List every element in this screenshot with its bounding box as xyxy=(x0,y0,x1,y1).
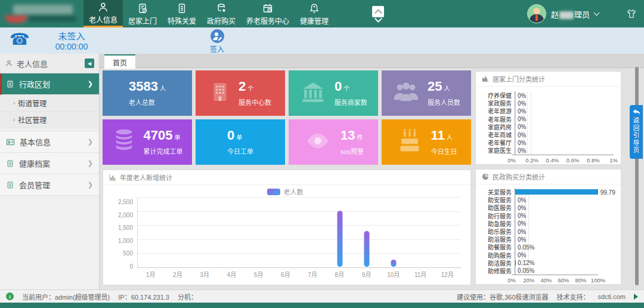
current-user-text: 当前用户：admin(超级管理员) xyxy=(22,292,110,301)
support-label: 技术支持： xyxy=(557,292,590,301)
support-site-link[interactable]: sdcti.com xyxy=(598,293,626,300)
nav-item-health-mgmt[interactable]: 健康管理 xyxy=(295,0,334,27)
bar xyxy=(337,211,342,267)
sidebar-header: 老人信息 ◀ xyxy=(0,54,99,73)
chevron-right-icon: ❯ xyxy=(88,138,93,146)
tab-home[interactable]: 首页 xyxy=(104,54,135,69)
nav-label: 政府购买 xyxy=(207,16,236,26)
hbar-row: 助乐服务0% xyxy=(481,227,598,235)
sidebar-collapse-button[interactable]: ◀ xyxy=(85,58,94,68)
app-logo xyxy=(0,0,83,27)
database-icon xyxy=(112,127,136,157)
x-axis-labels: 1月2月3月4月5月6月7月8月9月10月11月12月 xyxy=(137,268,461,280)
sign-in-icon xyxy=(210,29,225,44)
panel-header: 民政购买分类统计 xyxy=(476,170,621,184)
panel-gov-purchase-stats: 民政购买分类统计 关爱服务99.79助安服务0%助医服务0%助行服务0%助急服务… xyxy=(475,169,621,285)
bell-plus-icon xyxy=(308,2,320,14)
panel-title: 民政购买分类统计 xyxy=(493,172,545,181)
stat-card-service-merchants[interactable]: 0个服务商家数 xyxy=(289,70,378,116)
doc-icon xyxy=(6,159,14,168)
chevron-right-icon: ❯ xyxy=(88,80,93,88)
theme-shirt-icon[interactable] xyxy=(623,0,640,27)
hbar-row: 关爱服务99.79 xyxy=(481,188,598,196)
bar-chart-icon xyxy=(109,174,116,181)
sidebar-subitem-community-mgmt[interactable]: › 社区管理 xyxy=(0,112,99,128)
sign-status: 未签入 00:00:00 xyxy=(33,29,110,51)
sidebar-title: 老人信息 xyxy=(17,58,48,69)
x-axis-labels: 0%0.2%0.4%0.6%0.8%1% xyxy=(481,155,614,165)
panel-title: 年度老人新增统计 xyxy=(120,173,172,182)
pie-chart-icon xyxy=(482,173,489,180)
extension-text: 分机： xyxy=(178,292,197,301)
panel-annual-growth: 年度老人新增统计 老人数2,5002,0001,5001,00050001月2月… xyxy=(103,170,471,285)
bottom-strip xyxy=(0,303,644,308)
stat-card-completed-orders[interactable]: 4705单累计完成工单 xyxy=(103,119,192,165)
nav-scroll-control[interactable] xyxy=(372,0,384,27)
stat-card-today-birthdays[interactable]: 11人今日生日 xyxy=(382,119,471,165)
sign-in-button[interactable]: 签入 xyxy=(204,29,230,54)
nav-item-home-visit[interactable]: 居家上门 xyxy=(123,0,162,27)
sidebar-item-health-records[interactable]: 健康档案 ❯ xyxy=(0,153,99,174)
annual-growth-chart: 老人数2,5002,0001,5001,00050001月2月3月4月5月6月7… xyxy=(103,185,470,280)
back-to-guide-button[interactable]: 返回引导页 xyxy=(630,105,643,159)
sign-timer: 00:00:00 xyxy=(33,42,110,51)
nav-label: 老人信息 xyxy=(89,14,117,24)
sidebar-item-member-mgmt[interactable]: 会员管理 ❯ xyxy=(0,174,99,196)
play-icon[interactable] xyxy=(634,294,638,300)
sidebar-item-basic-info[interactable]: 基本信息 ❯ xyxy=(0,131,99,153)
stat-card-service-centers[interactable]: 2个服务中心数 xyxy=(196,70,285,116)
hbar-row: 疗养保健0% xyxy=(481,91,614,99)
gov-purchase-chart: 关爱服务99.79助安服务0%助医服务0%助行服务0%助急服务0%助乐服务0%助… xyxy=(476,184,621,285)
hbar-row: 助急服务0% xyxy=(481,220,598,227)
chevron-down-icon xyxy=(594,10,600,16)
eye-icon xyxy=(303,128,333,156)
panel-title: 居家上门分类统计 xyxy=(493,74,545,84)
hbar-row: 老年旅游0% xyxy=(481,107,614,115)
hbar-row: 助行服务0% xyxy=(481,212,598,220)
sidebar-item-districts[interactable]: 行政区划 ❯ xyxy=(0,73,99,95)
id-card-icon xyxy=(6,138,15,146)
stat-card-service-staff[interactable]: 25人服务人员数 xyxy=(382,70,471,116)
user-menu[interactable]: 赵理员 xyxy=(527,0,599,27)
doc-icon xyxy=(6,80,14,88)
tab-strip: 首页 xyxy=(100,54,644,68)
panel-header: 年度老人新增统计 xyxy=(103,170,470,185)
sidebar: 老人信息 ◀ 行政区划 ❯ › 街道管理 › 社区管理 基本信息 ❯ 健康档案 … xyxy=(0,54,100,289)
hbar-row: 老年商城0% xyxy=(481,131,614,138)
nav-label: 健康管理 xyxy=(300,16,329,26)
bar xyxy=(364,231,369,267)
nav-item-gov-purchase[interactable]: 政府购买 xyxy=(202,0,241,27)
home-visit-chart: 疗养保健0%家政服务0%老年旅游0%老年服务0%家庭药房0%老年商城0%老年餐厅… xyxy=(476,87,621,165)
chevron-right-icon: ❯ xyxy=(88,159,93,167)
sign-status-label: 未签入 xyxy=(33,29,110,42)
x-axis-labels: 0%20%40%60%80%100% xyxy=(481,275,598,285)
stat-card-sos-alerts[interactable]: 13件sos预警 xyxy=(289,119,378,165)
nav-label: 特殊关爱 xyxy=(168,16,196,26)
stat-card-elder-total[interactable]: 3583人老人总数 xyxy=(103,70,192,116)
hbar-row: 助修服务0.05% xyxy=(481,267,598,275)
hbar-row: 家政服务0% xyxy=(481,99,614,107)
chevron-right-icon: › xyxy=(13,100,15,106)
stat-card-today-orders[interactable]: 0单今日工单 xyxy=(196,119,285,165)
nav-item-special-care[interactable]: 特殊关爱 xyxy=(162,0,202,27)
bar xyxy=(515,189,598,195)
chart-legend: 老人数 xyxy=(109,186,461,197)
hbar-row: 家庭医生0% xyxy=(481,146,614,154)
plot-area xyxy=(137,197,461,268)
sidebar-subitem-street-mgmt[interactable]: › 街道管理 xyxy=(0,95,99,112)
nav-item-elder-info[interactable]: 老人信息 xyxy=(83,0,123,27)
hbar-row: 助浴服务0% xyxy=(481,235,598,243)
panel-header: 居家上门分类统计 xyxy=(476,72,621,87)
vertical-scrollbar[interactable] xyxy=(635,67,639,285)
bank-icon xyxy=(299,79,327,107)
person-icon xyxy=(97,1,109,13)
hbar-row: 助购服务0% xyxy=(481,251,598,259)
people-icon xyxy=(392,79,420,107)
nav-item-care-center[interactable]: 养老服务中心 xyxy=(241,0,295,27)
phone-icon: ☎ xyxy=(10,30,30,48)
top-navbar: 老人信息 居家上门 特殊关爱 政府购买 养老服务中心 健康管理 xyxy=(0,0,644,27)
hbar-row: 老年服务0% xyxy=(481,115,614,123)
redacted-name xyxy=(559,11,574,19)
main-content: 首页 3583人老人总数 2个服务中心数 0个服务商家数 25人服务人员数 47… xyxy=(100,54,644,289)
nav-label: 养老服务中心 xyxy=(246,16,289,26)
